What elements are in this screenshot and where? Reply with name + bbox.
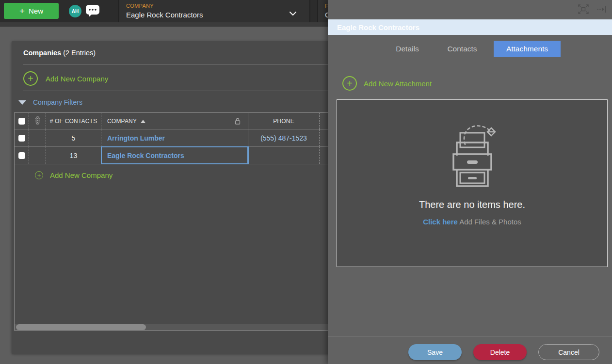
company-filters-label: Company Filters [33, 98, 82, 106]
plus-icon: + [19, 6, 25, 16]
row-select-cell [15, 147, 29, 164]
company-link[interactable]: Eagle Rock Contractors [107, 152, 184, 159]
footer-divider [328, 336, 612, 336]
detail-panel-header: Eagle Rock Contractors [328, 19, 612, 35]
row-checkbox[interactable] [18, 152, 25, 159]
tab-label: Attachments [506, 45, 548, 53]
click-here-link[interactable]: Click here [423, 218, 458, 226]
tab-label: Details [396, 45, 419, 53]
empty-attachments-cabinet-icon [441, 119, 504, 194]
save-button[interactable]: Save [408, 344, 462, 360]
contacts-count: 13 [70, 152, 78, 159]
row-status-cell [29, 147, 46, 164]
detail-panel-title: Eagle Rock Contractors [337, 23, 419, 32]
avatar[interactable]: AH [69, 5, 81, 17]
add-new-attachment-button[interactable]: + Add New Attachment [342, 76, 432, 91]
tab-label: Contacts [447, 45, 477, 53]
row-status-cell [29, 129, 46, 146]
select-all-cell [15, 113, 29, 129]
horizontal-scrollbar-thumb[interactable] [16, 324, 146, 330]
new-button-label: New [29, 7, 43, 15]
chevron-down-icon [289, 9, 297, 18]
row-contacts-cell: 13 [46, 147, 101, 164]
plus-circle-icon: + [35, 171, 43, 179]
company-column-header[interactable]: COMPANY [101, 113, 248, 129]
horizontal-scrollbar-track[interactable] [15, 324, 349, 330]
company-selector-value: Eagle Rock Contractors [126, 11, 203, 19]
add-new-attachment-label: Add New Attachment [364, 79, 432, 88]
contacts-header-label: # OF CONTACTS [50, 118, 97, 125]
traffic-light-icon [34, 116, 41, 126]
phone-link[interactable]: (555) 487-1523 [260, 134, 307, 142]
lock-icon [234, 117, 241, 127]
company-selector[interactable]: COMPANY Eagle Rock Contractors [118, 0, 310, 22]
status-column-header[interactable] [29, 113, 46, 129]
select-all-checkbox[interactable] [18, 118, 25, 125]
row-checkbox[interactable] [18, 135, 25, 142]
companies-table: # OF CONTACTS COMPANY PHONE [14, 112, 349, 331]
empty-state-subtitle: Click here Add Files & Photos [337, 218, 607, 226]
company-filters-toggle[interactable]: Company Filters [18, 98, 82, 106]
new-button[interactable]: + New [4, 3, 59, 19]
filter-collapse-triangle-icon [18, 100, 27, 105]
plus-circle-icon: + [342, 76, 357, 91]
grid-empty-space [15, 186, 349, 324]
chat-bubble-icon[interactable] [85, 4, 100, 19]
cancel-button[interactable]: Cancel [538, 344, 599, 360]
panel-entries-count: (2 Entries) [63, 49, 96, 57]
delete-button[interactable]: Delete [473, 344, 527, 360]
companies-panel-title: Companies (2 Entries) [23, 49, 96, 57]
company-header-label: COMPANY [107, 118, 137, 125]
panel-title-text: Companies [23, 49, 61, 57]
phone-header-label: PHONE [273, 118, 294, 125]
contacts-count: 5 [72, 134, 76, 142]
tab-details[interactable]: Details [387, 41, 427, 57]
company-link[interactable]: Arrington Lumber [107, 134, 165, 142]
attachments-dropzone[interactable]: There are no items here. Click here Add … [337, 99, 608, 267]
footer-buttons: Save Delete Cancel [408, 344, 599, 360]
row-company-cell: Arrington Lumber [101, 129, 248, 146]
table-row[interactable]: 13 Eagle Rock Contractors [15, 147, 349, 164]
collapse-panel-right-icon[interactable] [596, 5, 606, 15]
row-select-cell [15, 129, 29, 146]
divider [23, 64, 341, 65]
add-new-company-footer-button[interactable]: + Add New Company [15, 164, 349, 186]
divider [23, 91, 341, 91]
row-contacts-cell: 5 [46, 129, 101, 146]
expand-fullscreen-icon[interactable] [578, 4, 589, 16]
avatar-initials: AH [72, 9, 79, 14]
add-new-company-label: Add New Company [46, 75, 108, 83]
selected-company-cell: Eagle Rock Contractors [101, 147, 248, 164]
row-phone-cell: (555) 487-1523 [248, 129, 320, 146]
record-detail-panel: Eagle Rock Contractors Details Contacts … [328, 0, 612, 364]
table-row[interactable]: 5 Arrington Lumber (555) 487-1523 [15, 129, 349, 147]
tab-attachments[interactable]: Attachments [494, 41, 561, 57]
row-phone-cell [248, 147, 320, 164]
tab-contacts[interactable]: Contacts [440, 41, 484, 57]
empty-state-title: There are no items here. [337, 199, 607, 210]
sort-ascending-icon [141, 118, 145, 125]
empty-state-suffix: Add Files & Photos [458, 218, 521, 226]
add-new-company-footer-label: Add New Company [50, 171, 113, 179]
add-new-company-button[interactable]: + Add New Company [23, 71, 108, 86]
contacts-column-header[interactable]: # OF CONTACTS [46, 113, 101, 129]
companies-panel: Companies (2 Entries) + Add New Company … [12, 41, 341, 354]
phone-column-header[interactable]: PHONE [248, 113, 320, 129]
company-selector-label: COMPANY [126, 3, 154, 9]
plus-circle-icon: + [23, 71, 38, 86]
table-header-row: # OF CONTACTS COMPANY PHONE [15, 113, 349, 129]
